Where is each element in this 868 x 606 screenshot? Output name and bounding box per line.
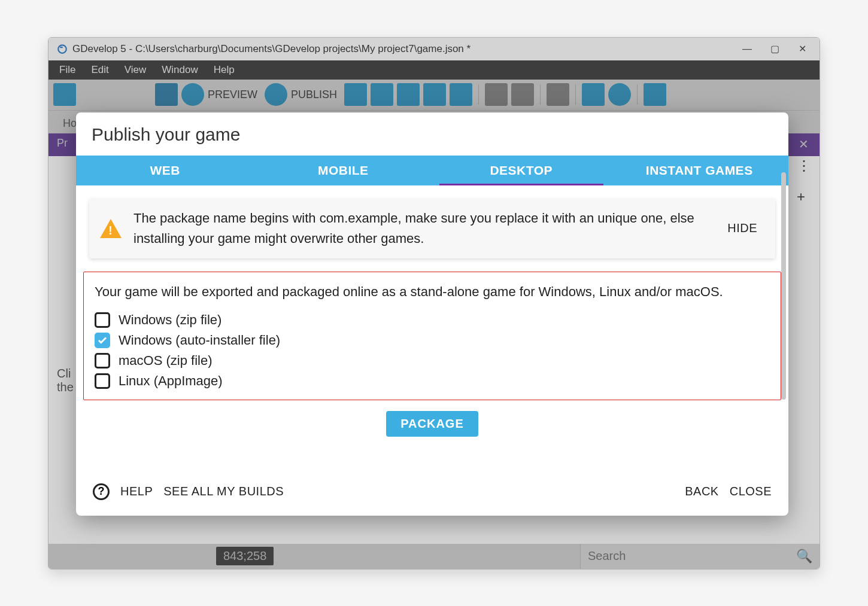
svg-point-0 [58,45,66,53]
project-icon[interactable] [53,83,76,106]
coordinates: 843;258 [216,547,274,565]
search-icon[interactable]: 🔍 [796,549,812,564]
checkbox[interactable] [95,333,110,348]
globe-icon[interactable] [265,83,287,106]
window-close-button[interactable]: ✕ [788,39,816,59]
option-linux-appimage[interactable]: Linux (AppImage) [95,371,770,391]
tab-mobile[interactable]: MOBILE [254,156,433,185]
warning-banner: The package name begins with com.example… [89,199,775,258]
warning-icon [100,219,122,238]
app-logo-icon [57,44,68,54]
publish-dialog: Publish your game WEB MOBILE DESKTOP INS… [76,112,788,516]
titlebar: GDevelop 5 - C:\Users\charburg\Documents… [48,38,820,60]
kebab-icon[interactable]: ⋮ [797,157,811,174]
zoom-icon[interactable] [608,83,631,106]
publish-label: PUBLISH [291,89,337,101]
list-icon[interactable] [423,83,446,106]
help-button[interactable]: HELP [120,485,153,498]
checkbox[interactable] [95,353,110,369]
search-box[interactable]: 🔍 [580,544,820,569]
close-button[interactable]: CLOSE [730,485,772,498]
film-icon[interactable] [547,83,569,106]
back-button[interactable]: BACK [685,485,718,498]
dialog-footer: ? HELP SEE ALL MY BUILDS BACK CLOSE [76,471,788,516]
toolbar: PREVIEW PUBLISH [48,80,820,111]
side-buttons: ⋮ + [797,157,811,205]
wrench-icon[interactable] [644,83,666,106]
tab-desktop[interactable]: DESKTOP [432,156,611,185]
checkbox[interactable] [95,312,110,328]
search-input[interactable] [588,549,796,563]
play-icon[interactable] [181,83,204,106]
cube2-icon[interactable] [371,83,393,106]
copy-icon[interactable] [450,83,472,106]
help-icon[interactable]: ? [93,483,110,500]
grid-icon[interactable] [582,83,605,106]
menu-window[interactable]: Window [154,62,205,78]
menu-file[interactable]: File [52,62,83,78]
option-macos-zip[interactable]: macOS (zip file) [95,351,770,371]
preview-label: PREVIEW [208,89,257,101]
hide-button[interactable]: HIDE [720,218,764,239]
see-builds-button[interactable]: SEE ALL MY BUILDS [163,485,284,498]
tab-instant-games[interactable]: INSTANT GAMES [611,156,789,185]
dialog-title: Publish your game [76,112,788,156]
package-button[interactable]: PACKAGE [386,411,478,437]
window-title: GDevelop 5 - C:\Users\charburg\Documents… [72,43,733,55]
menu-view[interactable]: View [117,62,154,78]
checkbox[interactable] [95,373,110,389]
option-windows-installer[interactable]: Windows (auto-installer file) [95,330,770,351]
redo-icon[interactable] [511,83,534,106]
export-options-frame: Your game will be exported and packaged … [83,272,781,400]
dialog-tabs: WEB MOBILE DESKTOP INSTANT GAMES [76,156,788,185]
option-windows-zip[interactable]: Windows (zip file) [95,310,770,330]
maximize-button[interactable]: ▢ [761,39,788,59]
debug-icon[interactable] [155,83,178,106]
cube1-icon[interactable] [344,83,367,106]
undo-icon[interactable] [485,83,508,106]
dialog-scrollbar[interactable] [781,172,786,400]
warning-text: The package name begins with com.example… [133,208,708,249]
app-window: GDevelop 5 - C:\Users\charburg\Documents… [48,37,820,570]
menu-edit[interactable]: Edit [84,62,116,78]
bg-hint: Cli the [57,367,74,394]
add-icon[interactable]: + [797,188,811,205]
edit-icon[interactable] [397,83,420,106]
minimize-button[interactable]: — [733,39,761,59]
scene-close-icon[interactable]: ✕ [799,137,809,151]
export-description: Your game will be exported and packaged … [95,282,770,302]
statusbar: 843;258 🔍 [48,544,820,569]
menubar: File Edit View Window Help [48,60,820,80]
tab-web[interactable]: WEB [76,156,254,185]
menu-help[interactable]: Help [207,62,242,78]
